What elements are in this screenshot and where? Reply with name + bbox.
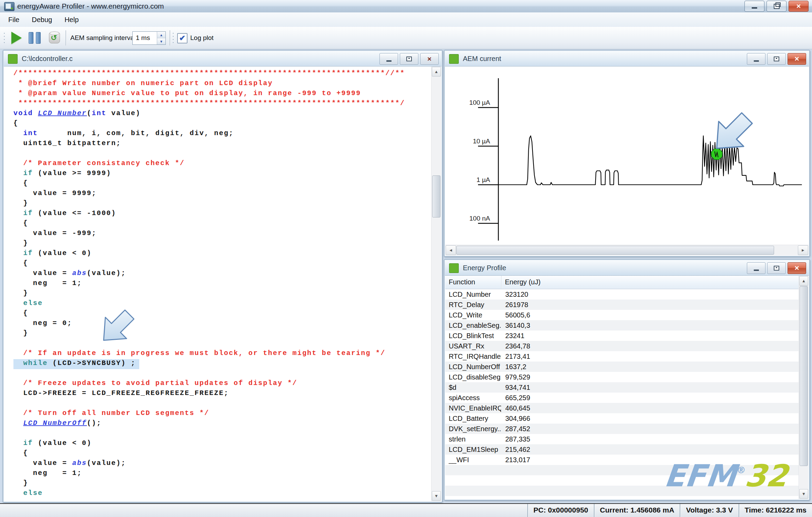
- function-cell: LCD_Battery: [445, 413, 501, 424]
- scroll-up-icon[interactable]: ▲: [799, 276, 808, 286]
- table-row[interactable]: $d934,741: [445, 382, 799, 393]
- function-cell: [445, 465, 501, 475]
- column-header-energy[interactable]: Energy (uJ): [501, 276, 799, 289]
- spin-up-icon[interactable]: ▲: [157, 32, 165, 38]
- toolbar-grip[interactable]: [3, 32, 5, 44]
- scrollbar-thumb[interactable]: [456, 246, 774, 255]
- spin-down-icon[interactable]: ▼: [157, 38, 165, 44]
- table-row[interactable]: LCD_enableSeg...36140,3: [445, 320, 799, 331]
- code-line: [13, 339, 432, 349]
- axis-tick-label: 100 nA: [469, 215, 490, 222]
- application-window: energyAware Profiler - www.energymicro.c…: [0, 0, 812, 517]
- function-cell: $d: [445, 382, 501, 393]
- function-cell: LCD_Write: [445, 310, 501, 320]
- menu-help[interactable]: Help: [58, 12, 85, 27]
- table-row[interactable]: USART_Rx2364,78: [445, 341, 799, 351]
- code-line: value = -999;: [13, 229, 432, 239]
- energy-window-titlebar[interactable]: Energy Profile ✕: [445, 260, 809, 276]
- table-row[interactable]: LCD_Write56005,6: [445, 310, 799, 320]
- minimize-button[interactable]: [379, 53, 398, 65]
- code-line: }: [13, 479, 432, 489]
- aem-horizontal-scrollbar[interactable]: ◄ ►: [445, 245, 809, 255]
- scroll-left-icon[interactable]: ◄: [446, 245, 456, 255]
- code-window-title: C:\lcdcontroller.c: [22, 51, 73, 66]
- code-line: [13, 399, 432, 409]
- sampling-interval-label: AEM sampling interval: [70, 27, 135, 49]
- table-row[interactable]: spiAccess665,259: [445, 393, 799, 403]
- code-line: }: [13, 329, 432, 339]
- code-line: {: [13, 449, 432, 459]
- aem-current-window: AEM current ✕ 100 µA10 µA1 µA100 nA ◄ ►: [444, 50, 810, 257]
- close-button[interactable]: ✕: [789, 1, 809, 12]
- code-line: if (value >= 9999): [13, 169, 432, 179]
- efm32-logo: EFM®32: [663, 456, 789, 490]
- energy-cell: 36140,3: [501, 320, 799, 331]
- energy-cell: 215,462: [501, 444, 799, 455]
- scrollbar-thumb[interactable]: [432, 175, 440, 217]
- title-bar: energyAware Profiler - www.energymicro.c…: [0, 0, 812, 13]
- maximize-button[interactable]: [767, 262, 786, 274]
- energy-vertical-scrollbar[interactable]: ▲ ▼: [799, 276, 809, 499]
- code-line: /* Turn off all number LCD segments */: [13, 409, 432, 419]
- column-header-function[interactable]: Function: [445, 276, 501, 289]
- status-bar: PC: 0x00000950Current: 1.456086 mAVoltag…: [0, 503, 812, 517]
- energy-cell: 665,259: [501, 393, 799, 403]
- current-plot[interactable]: 100 µA10 µA1 µA100 nA: [445, 67, 809, 245]
- table-row[interactable]: strlen287,335: [445, 434, 799, 444]
- table-row[interactable]: RTC_Delay261978: [445, 300, 799, 310]
- maximize-button[interactable]: [400, 53, 418, 65]
- energy-window-title: Energy Profile: [463, 260, 506, 275]
- function-cell: DVK_setEnergy...: [445, 424, 501, 434]
- scroll-up-icon[interactable]: ▲: [432, 67, 441, 77]
- play-button[interactable]: [10, 31, 23, 45]
- chart-icon: [449, 54, 459, 64]
- function-cell: strlen: [445, 434, 501, 444]
- current-waveform: [498, 136, 802, 186]
- aem-window-titlebar[interactable]: AEM current ✕: [445, 51, 809, 67]
- close-button[interactable]: ✕: [420, 53, 439, 65]
- table-row[interactable]: LCD_EM1Sleep215,462: [445, 444, 799, 455]
- table-row[interactable]: LCD_disableSeg...979,529: [445, 372, 799, 382]
- code-window-titlebar[interactable]: C:\lcdcontroller.c ✕: [4, 51, 441, 67]
- table-row[interactable]: NVIC_EnableIRQ460,645: [445, 403, 799, 413]
- close-button[interactable]: ✕: [788, 53, 806, 65]
- table-row[interactable]: LCD_NumberOff1637,2: [445, 362, 799, 372]
- callout-arrow-icon: [96, 308, 136, 349]
- menu-file[interactable]: File: [2, 12, 26, 27]
- status-field: Current: 1.456086 mA: [594, 504, 680, 517]
- code-line: [13, 149, 432, 159]
- sampling-interval-value[interactable]: 1 ms: [133, 32, 157, 44]
- sampling-interval-stepper[interactable]: 1 ms ▲ ▼: [132, 31, 166, 45]
- maximize-button[interactable]: [767, 53, 786, 65]
- toolbar-grip[interactable]: [172, 32, 174, 44]
- table-row[interactable]: LCD_Battery304,966: [445, 413, 799, 424]
- toolbar: ↺ AEM sampling interval 1 ms ▲ ▼ ✔ Log p…: [0, 27, 812, 49]
- code-line: value = abs(value);: [13, 459, 432, 469]
- profile-icon: [449, 263, 459, 273]
- function-cell: LCD_NumberOff: [445, 362, 501, 372]
- scroll-down-icon[interactable]: ▼: [432, 491, 441, 501]
- table-header[interactable]: Function Energy (uJ): [445, 276, 799, 289]
- code-line: {: [13, 119, 432, 129]
- minimize-button[interactable]: [747, 262, 765, 274]
- menu-debug[interactable]: Debug: [26, 12, 58, 27]
- close-button[interactable]: ✕: [788, 262, 806, 274]
- code-line: {: [13, 179, 432, 189]
- minimize-button[interactable]: [744, 1, 764, 12]
- pause-button[interactable]: [28, 31, 41, 45]
- restore-button[interactable]: [767, 1, 786, 12]
- table-row[interactable]: RTC_IRQHandler2173,41: [445, 351, 799, 362]
- table-row[interactable]: LCD_Number323120: [445, 289, 799, 300]
- scroll-right-icon[interactable]: ►: [798, 245, 808, 255]
- table-row[interactable]: LCD_BlinkTest23241: [445, 331, 799, 341]
- code-line: * @brief Write number on numeric part on…: [13, 79, 432, 89]
- code-line: /***************************************…: [13, 69, 432, 79]
- scroll-down-icon[interactable]: ▼: [799, 489, 808, 499]
- minimize-button[interactable]: [747, 53, 765, 65]
- code-vertical-scrollbar[interactable]: ▲ ▼: [431, 67, 441, 501]
- scrollbar-thumb[interactable]: [800, 286, 808, 466]
- log-plot-checkbox[interactable]: ✔: [177, 33, 187, 43]
- table-row[interactable]: DVK_setEnergy...287,452: [445, 424, 799, 434]
- reset-button[interactable]: ↺: [48, 31, 61, 45]
- menu-bar: File Debug Help: [0, 12, 812, 27]
